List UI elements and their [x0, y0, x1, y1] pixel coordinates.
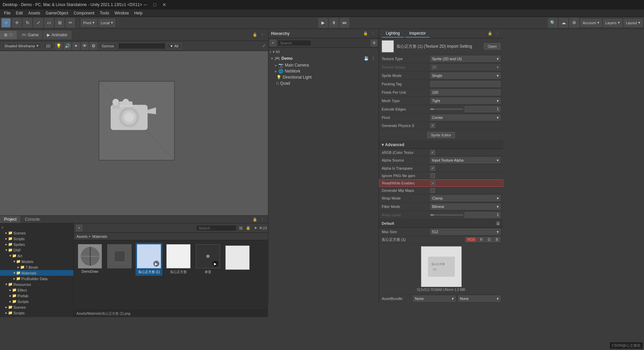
- hierarchy-network[interactable]: ▸ 🌐 NetWork: [268, 68, 379, 74]
- srgb-checkbox[interactable]: [430, 150, 435, 155]
- packing-tag-input[interactable]: [430, 81, 500, 87]
- account-dropdown[interactable]: Account▾: [580, 19, 602, 27]
- menu-tools[interactable]: Tools: [97, 10, 112, 16]
- mesh-type-dropdown[interactable]: Tight ▾: [430, 98, 500, 104]
- readwrite-checkbox[interactable]: [431, 181, 435, 185]
- audio-toggle[interactable]: 🔊: [64, 42, 71, 50]
- tree-item-7binah[interactable]: ▸ 📁 7.Binah: [0, 264, 73, 270]
- alpha-source-dropdown[interactable]: Input Texture Alpha ▾: [430, 157, 500, 163]
- tree-item-prefab[interactable]: ▸ 📁 Prefab: [0, 293, 73, 299]
- rotate-tool[interactable]: ↻: [23, 18, 32, 28]
- tab-project[interactable]: Project: [0, 216, 21, 223]
- hierarchy-directional-light[interactable]: 💡 Directional Light: [268, 74, 379, 80]
- asset-bundle-dropdown[interactable]: None ▾: [413, 296, 455, 302]
- tab-animator[interactable]: ▶ Animator: [43, 31, 72, 39]
- generate-physics-checkbox[interactable]: [430, 123, 435, 128]
- step-button[interactable]: ⏭: [340, 18, 349, 28]
- max-size-dropdown[interactable]: 512 ▾: [430, 229, 500, 235]
- open-button[interactable]: Open: [484, 43, 500, 49]
- hierarchy-add-btn[interactable]: +: [270, 40, 276, 46]
- menu-edit[interactable]: Edit: [13, 10, 25, 16]
- hierarchy-quad[interactable]: □ Quad: [268, 80, 379, 86]
- channel-rgb[interactable]: RGB: [465, 237, 477, 242]
- aniso-slider-track[interactable]: [430, 214, 463, 216]
- menu-assets[interactable]: Assets: [25, 10, 43, 16]
- tree-item-scripts-top[interactable]: ▸ 📁 Scripts: [0, 236, 73, 242]
- pivot-dropdown-insp[interactable]: Center ▾: [430, 115, 500, 121]
- extrude-slider-track[interactable]: [430, 108, 463, 110]
- fx-toggle[interactable]: ✦: [72, 42, 80, 50]
- hierarchy-more-icon[interactable]: ⋮: [370, 31, 376, 37]
- tree-item-probuilder[interactable]: ▸ 📁 ProBuilder Data: [0, 276, 73, 281]
- minimize-button[interactable]: ─: [142, 1, 149, 8]
- asset-icon-toggle[interactable]: ▤: [238, 225, 244, 231]
- custom-tool[interactable]: ✏: [66, 18, 75, 28]
- asset-item-empty[interactable]: [106, 243, 133, 276]
- channel-g[interactable]: G: [486, 237, 493, 242]
- tree-item-scripts-res[interactable]: ▸ 📁 Scripts: [0, 299, 73, 304]
- gizmos-dropdown[interactable]: Gizmos: [99, 43, 117, 49]
- asset-search-input[interactable]: [196, 225, 236, 231]
- local-dropdown[interactable]: Local▾: [98, 19, 115, 27]
- sprite-editor-button[interactable]: Sprite Editor: [427, 132, 455, 138]
- filter-mode-dropdown[interactable]: Bilinear ▾: [430, 204, 500, 210]
- transform-all-tool[interactable]: ⊞: [55, 18, 64, 28]
- transform-tool[interactable]: ⊹: [1, 18, 11, 28]
- hidden-toggle[interactable]: 👁: [81, 42, 89, 50]
- collab-button[interactable]: ☁: [559, 18, 568, 28]
- asset-item-solid-square[interactable]: 实心正方形: [165, 243, 192, 276]
- pause-button[interactable]: ⏸: [329, 18, 338, 28]
- 2d-toggle[interactable]: 2D: [43, 43, 54, 49]
- scene-settings[interactable]: ⚙: [90, 42, 97, 50]
- generate-mip-checkbox[interactable]: [430, 188, 435, 193]
- breadcrumb-materials[interactable]: Materials: [92, 234, 107, 238]
- alpha-transparent-checkbox[interactable]: [430, 166, 435, 171]
- maximize-button[interactable]: □: [152, 1, 158, 8]
- breadcrumb-assets[interactable]: Assets: [76, 234, 88, 238]
- asset-lock-icon[interactable]: 🔒: [245, 225, 251, 231]
- pivot-dropdown[interactable]: Pivot▾: [81, 19, 97, 27]
- aniso-value[interactable]: 1: [465, 212, 501, 218]
- close-button[interactable]: ✕: [161, 1, 168, 8]
- tree-item-dnf[interactable]: ▾ 📁 DNF: [0, 247, 73, 253]
- menu-help[interactable]: Help: [131, 10, 145, 16]
- shaded-wireframe-dropdown[interactable]: Shaded Wireframe ▾: [1, 43, 42, 49]
- texture-type-dropdown[interactable]: Sprite (2D and UI) ▾: [430, 56, 500, 62]
- tree-item-scenes[interactable]: ▸ 📁 Scenes: [0, 230, 73, 236]
- hierarchy-lock-icon[interactable]: 🔒: [363, 31, 369, 37]
- asset-bundle-variant-dropdown[interactable]: None ▾: [458, 296, 500, 302]
- scene-lock-icon[interactable]: 🔒: [252, 32, 258, 38]
- hierarchy-main-camera[interactable]: ▸ 📷 Main Camera: [268, 62, 379, 68]
- inspector-more-icon[interactable]: ⋮: [494, 31, 500, 37]
- tree-item-models[interactable]: ▾ 📁 Models: [0, 259, 73, 264]
- play-button[interactable]: ▶: [318, 18, 328, 28]
- menu-file[interactable]: File: [1, 10, 13, 16]
- advanced-section-header[interactable]: ▾ Advanced: [379, 141, 503, 149]
- project-more-icon[interactable]: ⋮: [259, 216, 265, 222]
- asset-item-demodraw[interactable]: DemoDraw: [76, 243, 103, 276]
- pixels-per-unit-input[interactable]: [430, 89, 500, 95]
- tab-lighting[interactable]: Lighting: [382, 30, 404, 38]
- rect-tool[interactable]: ▭: [44, 18, 54, 28]
- tab-game[interactable]: 🎮 Game: [17, 31, 43, 39]
- layout-dropdown[interactable]: Layout▾: [624, 19, 643, 27]
- tree-add-btn[interactable]: +: [0, 225, 73, 230]
- ignore-png-checkbox[interactable]: [430, 173, 435, 178]
- search-button[interactable]: 🔍: [548, 18, 557, 28]
- scale-tool[interactable]: ⤢: [34, 18, 43, 28]
- channel-b[interactable]: B: [493, 237, 500, 242]
- channel-r[interactable]: R: [478, 237, 485, 242]
- tab-console[interactable]: Console: [21, 216, 44, 223]
- sprite-mode-dropdown[interactable]: Single ▾: [430, 73, 500, 79]
- scene-more-icon[interactable]: ⋮: [259, 32, 265, 38]
- inspector-lock-icon[interactable]: 🔒: [487, 31, 493, 37]
- all-filter[interactable]: ▼ All: [167, 43, 181, 49]
- tree-item-resources[interactable]: ▾ 📁 Resources: [0, 281, 73, 287]
- menu-window[interactable]: Window: [112, 10, 131, 16]
- extrude-edges-value[interactable]: 1: [465, 106, 501, 112]
- asset-item-solid-square-1[interactable]: ▶ 实心正方形 (1): [136, 243, 162, 276]
- tree-item-art[interactable]: ▾ 📁 Art: [0, 253, 73, 259]
- asset-add-btn[interactable]: +: [76, 225, 83, 231]
- tab-scene[interactable]: ⊞ 2D: [0, 31, 17, 39]
- asset-item-white-square[interactable]: [224, 244, 251, 276]
